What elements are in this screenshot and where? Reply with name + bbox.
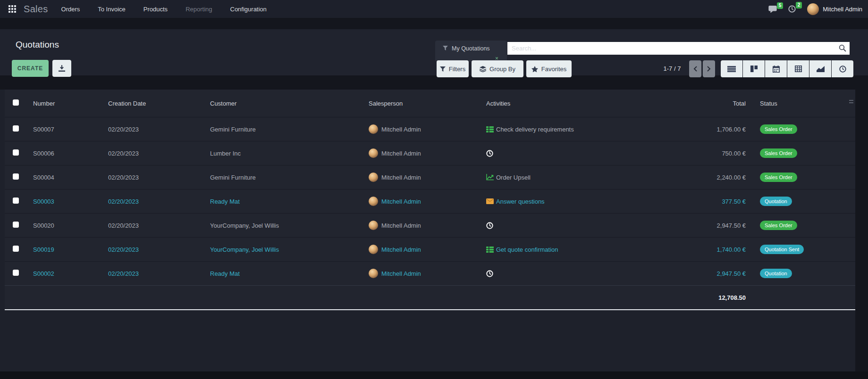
- customer-name: Ready Mat: [206, 198, 363, 205]
- table-body: S00007 02/20/2023 Gemini Furniture Mitch…: [5, 117, 855, 285]
- row-checkbox[interactable]: [13, 222, 19, 228]
- column-header-salesperson[interactable]: Salesperson: [363, 100, 481, 107]
- chart-activity-icon[interactable]: [486, 174, 494, 181]
- kanban-view-icon: [750, 66, 758, 72]
- favorites-button[interactable]: Favorites: [526, 60, 572, 77]
- select-all-checkbox[interactable]: [13, 99, 19, 106]
- column-header-status[interactable]: Status: [749, 100, 855, 107]
- app-name[interactable]: Sales: [24, 4, 48, 15]
- messages-count-badge: 5: [777, 2, 784, 9]
- clock-activity-icon[interactable]: [486, 270, 493, 277]
- top-navbar: Sales Orders To Invoice Products Reporti…: [0, 0, 868, 18]
- quotations-table: Number Creation Date Customer Salesperso…: [5, 90, 855, 310]
- column-header-activities[interactable]: Activities: [481, 100, 657, 107]
- view-kanban-button[interactable]: [743, 60, 765, 77]
- activity-label[interactable]: Order Upsell: [496, 174, 531, 181]
- pager-previous-button[interactable]: [689, 60, 701, 77]
- search-icon[interactable]: [839, 44, 846, 54]
- chevron-right-icon: [707, 66, 711, 72]
- creation-date: 02/20/2023: [104, 150, 206, 157]
- row-checkbox[interactable]: [13, 173, 19, 180]
- table-row[interactable]: S00019 02/20/2023 YourCompany, Joel Will…: [5, 237, 855, 261]
- quotation-number: S00019: [28, 246, 104, 253]
- row-checkbox[interactable]: [13, 270, 19, 276]
- total-amount: 2,947.50 €: [657, 222, 749, 229]
- table-row[interactable]: S00020 02/20/2023 YourCompany, Joel Will…: [5, 213, 855, 237]
- table-row[interactable]: S00006 02/20/2023 Lumber Inc Mitchell Ad…: [5, 141, 855, 165]
- activity-label[interactable]: Answer questions: [496, 198, 545, 205]
- clock-activity-icon[interactable]: [486, 222, 493, 229]
- view-activity-button[interactable]: [832, 60, 853, 77]
- table-header-row: Number Creation Date Customer Salesperso…: [5, 90, 855, 117]
- table-row[interactable]: S00004 02/20/2023 Gemini Furniture Mitch…: [5, 165, 855, 189]
- column-header-total[interactable]: Total: [657, 100, 749, 107]
- table-row[interactable]: S00003 02/20/2023 Ready Mat Mitchell Adm…: [5, 189, 855, 213]
- status-badge: Sales Order: [760, 148, 797, 158]
- activity-label[interactable]: Get quote confirmation: [496, 246, 558, 253]
- view-graph-button[interactable]: [809, 60, 831, 77]
- page-title: Quotations: [16, 40, 59, 50]
- group-by-button[interactable]: Group By: [472, 60, 523, 77]
- search-facet: My Quotations ×: [435, 41, 507, 62]
- messages-icon[interactable]: 5: [768, 6, 777, 13]
- row-checkbox[interactable]: [13, 125, 19, 132]
- menu-item-products[interactable]: Products: [143, 4, 169, 15]
- filters-button[interactable]: Filters: [437, 60, 469, 77]
- user-menu[interactable]: Mitchell Admin: [807, 3, 862, 15]
- table-row[interactable]: S00002 02/20/2023 Ready Mat Mitchell Adm…: [5, 261, 855, 285]
- creation-date: 02/20/2023: [104, 246, 206, 253]
- pager-range: 1-7 / 7: [657, 65, 687, 72]
- control-panel: Quotations CREATE My Quotations × Filter…: [0, 29, 868, 75]
- main-menu: Orders To Invoice Products Reporting Con…: [60, 4, 268, 15]
- salesperson-name: Mitchell Admin: [381, 270, 421, 277]
- activities-icon[interactable]: 2: [788, 5, 796, 13]
- view-calendar-button[interactable]: [765, 60, 787, 77]
- list-bars-activity-icon[interactable]: [486, 247, 494, 253]
- row-checkbox[interactable]: [13, 246, 19, 252]
- salesperson-name: Mitchell Admin: [381, 198, 421, 205]
- salesperson-avatar: [369, 197, 378, 206]
- status-badge: Sales Order: [760, 124, 797, 134]
- customer-name: YourCompany, Joel Willis: [206, 222, 363, 229]
- list-bars-activity-icon[interactable]: [486, 126, 494, 132]
- apps-menu-icon[interactable]: [6, 2, 19, 16]
- optional-columns-toggle[interactable]: [849, 100, 853, 103]
- envelope-activity-icon[interactable]: [486, 198, 494, 204]
- column-header-number[interactable]: Number: [28, 100, 104, 107]
- menu-item-to-invoice[interactable]: To Invoice: [97, 4, 126, 15]
- clock-activity-icon[interactable]: [486, 150, 493, 157]
- column-header-creation-date[interactable]: Creation Date: [104, 100, 206, 107]
- customer-name: Ready Mat: [206, 270, 363, 277]
- menu-item-configuration[interactable]: Configuration: [229, 4, 268, 15]
- creation-date: 02/20/2023: [104, 270, 206, 277]
- menu-item-reporting[interactable]: Reporting: [185, 4, 213, 15]
- export-button[interactable]: [52, 60, 71, 77]
- create-button[interactable]: CREATE: [12, 60, 49, 77]
- activity-label[interactable]: Check delivery requirements: [496, 126, 574, 133]
- facet-filter-icon: [443, 45, 448, 52]
- total-amount: 1,706.00 €: [657, 126, 749, 133]
- total-amount: 2,947.50 €: [657, 270, 749, 277]
- column-header-customer[interactable]: Customer: [206, 100, 363, 107]
- customer-name: YourCompany, Joel Willis: [206, 246, 363, 253]
- scrollbar-gutter[interactable]: [855, 90, 868, 371]
- creation-date: 02/20/2023: [104, 174, 206, 181]
- menu-item-orders[interactable]: Orders: [60, 4, 81, 15]
- row-checkbox[interactable]: [13, 149, 19, 156]
- search-input[interactable]: [507, 42, 850, 55]
- row-checkbox[interactable]: [13, 198, 19, 204]
- pivot-view-icon: [795, 66, 802, 72]
- table-row[interactable]: S00007 02/20/2023 Gemini Furniture Mitch…: [5, 117, 855, 141]
- table-footer-row: 12,708.50: [5, 285, 855, 310]
- total-amount: 1,740.00 €: [657, 246, 749, 253]
- customer-name: Gemini Furniture: [206, 126, 363, 133]
- chevron-left-icon: [693, 66, 697, 72]
- view-pivot-button[interactable]: [787, 60, 809, 77]
- activities-count-badge: 2: [796, 2, 802, 8]
- list-view-panel: Number Creation Date Customer Salesperso…: [0, 90, 868, 371]
- creation-date: 02/20/2023: [104, 126, 206, 133]
- graph-view-icon: [817, 66, 825, 72]
- total-amount: 2,240.00 €: [657, 174, 749, 181]
- pager-next-button[interactable]: [703, 60, 715, 77]
- view-list-button[interactable]: [721, 60, 742, 77]
